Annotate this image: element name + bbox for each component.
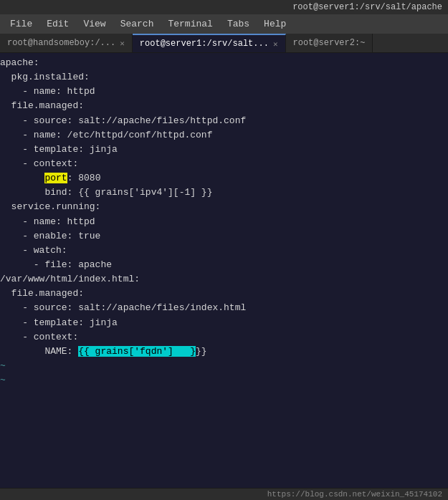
tab-2-label: root@server1:/srv/salt... [140,39,269,49]
tab-2-close[interactable]: ✕ [273,39,278,49]
line-3: - name: httpd [0,86,95,97]
port-highlight: port [44,173,67,183]
menu-terminal[interactable]: Terminal [162,17,218,31]
menu-search[interactable]: Search [115,17,160,31]
tilde-2: ~ [0,375,6,385]
line-17: file.managed: [0,288,84,299]
tab-bar: root@handsomeboy:/... ✕ root@server1:/sr… [0,34,448,53]
line-16: /var/www/html/index.html: [0,274,140,284]
line-5: - source: salt://apache/files/httpd.conf [0,115,246,126]
line-4: file.managed: [0,100,84,111]
line-12: - name: httpd [0,216,95,227]
title-bar: root@server1:/srv/salt/apache [0,0,448,14]
line-8: - context: [0,158,78,169]
terminal: apache: pkg.installed: - name: httpd fil… [0,53,448,488]
tilde-1: ~ [0,360,6,371]
tab-3[interactable]: root@server2:~ [286,34,373,52]
line-18: - source: salt://apache/files/index.html [0,302,246,313]
menu-tabs[interactable]: Tabs [221,17,255,31]
line-10: bind: {{ grains['ipv4'][-1] }} [0,187,212,198]
line-1: apache: [0,57,39,68]
tab-1-label: root@handsomeboy:/... [7,38,115,48]
line-21: NAME: {{ grains['fqdn'] }}} [0,346,207,357]
fqdn-highlight: {{ grains['fqdn'] } [78,346,196,357]
line-20: - context: [0,332,78,342]
menu-help[interactable]: Help [258,17,292,31]
line-14: - watch: [0,245,67,256]
status-bar: https://blog.csdn.net/weixin_45174102 [0,488,448,500]
line-7: - template: jinja [0,144,118,155]
terminal-content: apache: pkg.installed: - name: httpd fil… [0,56,445,388]
line-6: - name: /etc/httpd/conf/httpd.conf [0,130,212,140]
line-13: - enable: true [0,231,100,241]
line-9: port: 8080 [0,173,100,183]
menu-edit[interactable]: Edit [41,17,75,31]
title-text: root@server1:/srv/salt/apache [292,2,442,12]
tab-2[interactable]: root@server1:/srv/salt... ✕ [133,34,286,52]
line-19: - template: jinja [0,317,118,328]
line-15: - file: apache [0,259,112,270]
line-2: pkg.installed: [0,72,90,82]
line-11: service.running: [0,201,100,212]
menu-bar: File Edit View Search Terminal Tabs Help [0,14,448,34]
menu-file[interactable]: File [4,17,38,31]
status-url: https://blog.csdn.net/weixin_45174102 [267,490,442,499]
tab-1-close[interactable]: ✕ [120,39,125,48]
menu-view[interactable]: View [77,17,111,31]
tab-3-label: root@server2:~ [293,38,366,48]
tab-1[interactable]: root@handsomeboy:/... ✕ [0,34,133,52]
